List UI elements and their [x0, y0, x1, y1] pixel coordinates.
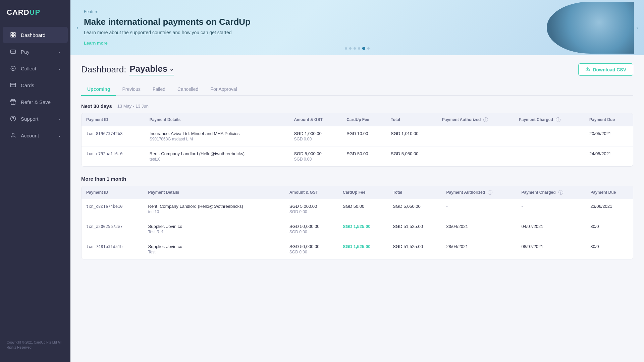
row1-details-sub: S9017868G asdasd LIM [150, 137, 285, 141]
banner-dot-1 [349, 47, 352, 50]
dashboard-content: Dashboard: Payables ⌄ Download CSV Upcom… [70, 55, 644, 362]
th-payment-due: Payment Due [585, 113, 633, 126]
th-payment-authorized: Payment Authorized i [437, 113, 514, 126]
row2-details-sub: test10 [150, 157, 285, 162]
banner-prev-button[interactable]: ‹ [76, 25, 78, 31]
grid-icon [9, 31, 17, 39]
collect-icon [9, 65, 17, 72]
row1-amount-main: SGD 1,000.00 [294, 131, 337, 136]
s2-row1-total: SGD 5,050.00 [388, 199, 441, 219]
th2-total: Total [388, 186, 441, 199]
banner-content: Feature Make international payments on C… [84, 9, 251, 46]
sidebar-item-label-support: Support [21, 116, 58, 122]
row1-amount-sub: SGD 0.00 [294, 137, 337, 141]
info2-authorized-icon: i [488, 190, 492, 195]
sidebar-item-label-refer: Refer & Save [21, 99, 61, 105]
tab-failed[interactable]: Failed [147, 83, 171, 96]
banner-dot-3 [358, 47, 360, 50]
table-row: txn_c8c1e74be10 Rent. Company Landlord (… [82, 199, 633, 219]
row2-charged: - [514, 146, 585, 167]
s2-row3-amount-sub: SGD 0.00 [289, 250, 333, 254]
sidebar-footer: Copyright © 2021 CardUp Pte Ltd All Righ… [0, 335, 70, 355]
s2-row1-amount-sub: SGD 0.00 [289, 209, 333, 214]
banner-globe [537, 0, 644, 55]
s2-row3-details-main: Supplier. Jovin co [148, 244, 280, 249]
row2-due: 24/05/2021 [585, 146, 633, 167]
s2-row3-fee: SGD 1,525.00 [338, 239, 388, 259]
feature-banner: Feature Make international payments on C… [70, 0, 644, 55]
s2-row2-amount-main: SGD 50,000.00 [289, 224, 333, 229]
banner-feature-label: Feature [84, 9, 251, 14]
th-payment-details: Payment Details [145, 113, 289, 126]
th-cardup-fee: CardUp Fee [342, 113, 386, 126]
th2-payment-charged: Payment Charged i [517, 186, 586, 199]
pay-icon [9, 48, 17, 55]
row1-fee: SGD 10.00 [342, 126, 386, 146]
s2-row1-details-sub: test10 [148, 209, 280, 214]
s2-row2-details-main: Supplier. Jovin co [148, 224, 280, 229]
s2-row1-fee: SGD 50.00 [338, 199, 388, 219]
tab-cancelled[interactable]: Cancelled [171, 83, 204, 96]
sidebar-item-label-account: Account [21, 133, 58, 138]
svg-rect-4 [11, 50, 16, 54]
tab-for-approval[interactable]: For Approval [204, 83, 243, 96]
sidebar-item-collect[interactable]: Collect ⌄ [3, 60, 68, 76]
s2-row2-authorized: 30/04/2021 [441, 219, 517, 239]
tab-previous[interactable]: Previous [116, 83, 146, 96]
row1-due: 20/05/2021 [585, 126, 633, 146]
s2-row2-amount-sub: SGD 0.00 [289, 230, 333, 234]
s2-row1-charged: - [517, 199, 586, 219]
s2-row1-id: txn_c8c1e74be10 [86, 204, 122, 209]
sidebar-item-label-collect: Collect [21, 66, 58, 71]
row2-details-main: Rent. Company Landlord (Hello@twothreebr… [150, 151, 285, 156]
chevron-icon-collect: ⌄ [58, 66, 61, 71]
svg-rect-3 [11, 36, 12, 37]
banner-learn-more-link[interactable]: Learn more [84, 41, 108, 46]
table-next30: Payment ID Payment Details Amount & GST … [81, 113, 633, 167]
logo: CARDUP [0, 0, 70, 26]
sidebar-item-refer[interactable]: Refer & Save [3, 94, 68, 110]
sidebar-item-pay[interactable]: Pay ⌄ [3, 44, 68, 60]
view-selector[interactable]: Payables ⌄ [129, 64, 174, 75]
svg-rect-1 [14, 33, 15, 34]
th2-amount-gst: Amount & GST [285, 186, 338, 199]
section-month-header: More than 1 month [81, 176, 633, 182]
th2-payment-id: Payment ID [82, 186, 144, 199]
logo-text: CARDUP [7, 8, 40, 16]
s2-row2-id: txn_a20025673e7 [86, 224, 122, 229]
sidebar-item-account[interactable]: Account ⌄ [3, 127, 68, 143]
svg-rect-0 [11, 33, 12, 34]
table-row: txn_c792aa1f6f0 Rent. Company Landlord (… [82, 146, 633, 167]
tab-upcoming[interactable]: Upcoming [81, 83, 116, 96]
sidebar-item-label-pay: Pay [21, 49, 58, 55]
s2-row3-authorized: 28/04/2021 [441, 239, 517, 259]
download-csv-button[interactable]: Download CSV [578, 63, 633, 76]
s2-row1-due: 23/06/2021 [586, 199, 633, 219]
chevron-down-icon: ⌄ [169, 66, 174, 72]
s2-row3-amount-main: SGD 50,000.00 [289, 244, 333, 249]
banner-dot-5 [367, 47, 370, 50]
sidebar-nav: Dashboard Pay ⌄ Collect ⌄ Cards [0, 26, 70, 335]
dashboard-header: Dashboard: Payables ⌄ Download CSV [81, 63, 633, 76]
th2-payment-authorized: Payment Authorized i [441, 186, 517, 199]
tabs-row: Upcoming Previous Failed Cancelled For A… [81, 83, 633, 96]
row2-id: txn_c792aa1f6f0 [86, 152, 122, 156]
sidebar-item-cards[interactable]: Cards [3, 77, 68, 93]
gift-icon [9, 98, 17, 106]
sidebar-item-label-dashboard: Dashboard [21, 32, 61, 38]
sidebar: CARDUP Dashboard Pay ⌄ Collect ⌄ [0, 0, 70, 362]
th-amount-gst: Amount & GST [289, 113, 342, 126]
th2-cardup-fee: CardUp Fee [338, 186, 388, 199]
row1-authorized: - [437, 126, 514, 146]
download-icon [585, 67, 590, 72]
sidebar-item-dashboard[interactable]: Dashboard [3, 27, 68, 43]
table-row: txn_a20025673e7 Supplier. Jovin co Test … [82, 219, 633, 239]
s2-row3-due: 30/0 [586, 239, 633, 259]
sidebar-item-support[interactable]: Support ⌄ [3, 111, 68, 127]
banner-dot-0 [345, 47, 347, 50]
s2-row3-charged: 08/07/2021 [517, 239, 586, 259]
th-payment-id: Payment ID [82, 113, 145, 126]
svg-point-13 [12, 133, 14, 135]
s2-row2-charged: 04/07/2021 [517, 219, 586, 239]
support-icon [9, 115, 17, 122]
